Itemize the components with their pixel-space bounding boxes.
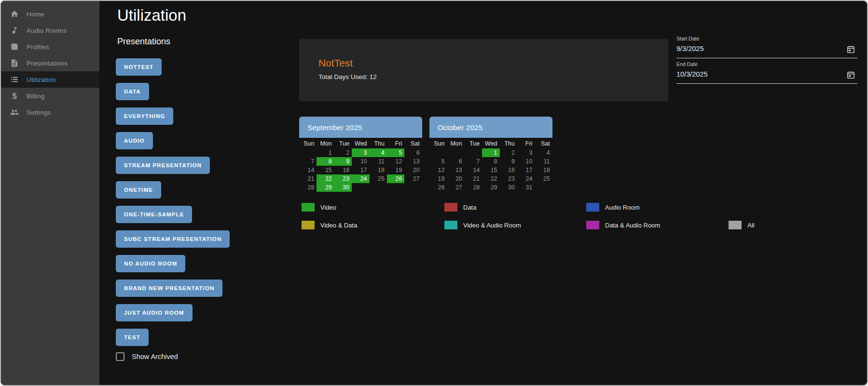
calendar-weekday: Fri <box>387 139 404 148</box>
calendar-picker-icon[interactable] <box>846 45 855 54</box>
presentation-list: NOTTESTDATAEVERYTHINGAUDIOSTREAM PRESENT… <box>116 58 230 353</box>
sidebar-item-settings[interactable]: Settings <box>1 104 99 120</box>
calendar-day: 14 <box>465 166 482 174</box>
calendar-weekday: Sun <box>429 139 447 148</box>
legend-swatch-all <box>729 221 742 229</box>
show-archived[interactable]: Show Archived <box>116 352 178 361</box>
presentation-button-brand-new-presentation[interactable]: BRAND NEW PRESENTATION <box>116 280 222 297</box>
page-title: Utilization <box>117 6 186 25</box>
calendar-day: 24 <box>352 174 369 183</box>
presentation-button-one-time-sample[interactable]: ONE-TIME-SAMPLE <box>116 206 192 223</box>
calendar-empty-cell <box>370 183 387 192</box>
presentation-button-data[interactable]: DATA <box>116 83 149 100</box>
calendar-title: October 2025 <box>429 123 482 132</box>
calendar-picker-icon[interactable] <box>846 70 855 80</box>
calendar-day: 7 <box>465 157 482 166</box>
presentation-button-subc-stream-presentation[interactable]: SUBC STREAM PRESENTATION <box>116 230 230 248</box>
summary-card-title: NotTest <box>318 57 668 69</box>
calendar-day: 28 <box>299 183 317 192</box>
calendar-day: 16 <box>500 166 517 174</box>
calendar-day: 11 <box>535 157 552 166</box>
calendar-weekday: Wed <box>482 139 499 148</box>
sidebar-item-label: Settings <box>27 109 51 116</box>
calendar-weekday: Mon <box>317 139 334 148</box>
calendar-day: 30 <box>334 183 352 192</box>
start-date-input[interactable] <box>676 45 831 53</box>
calendar-weekday: Mon <box>447 139 464 148</box>
legend-item-video-data: Video & Data <box>302 221 444 229</box>
home-icon <box>10 9 19 19</box>
presentation-button-just-audio-room[interactable]: JUST AUDIO ROOM <box>116 304 193 321</box>
sidebar-item-label: Utilization <box>27 76 56 83</box>
start-date-field: Start Date <box>676 33 857 58</box>
start-date-label: Start Date <box>676 33 857 41</box>
sidebar-item-billing[interactable]: $Billing <box>1 88 99 104</box>
presentation-button-nottest[interactable]: NOTTEST <box>116 58 162 76</box>
legend-item-audio-room: Audio Room <box>586 203 729 212</box>
calendar-title: September 2025 <box>299 123 362 132</box>
sidebar-item-profiles[interactable]: Profiles <box>1 39 99 55</box>
legend-label: Data <box>463 204 476 211</box>
calendar-day: 30 <box>500 183 517 192</box>
calendar-october: October 2025 SunMonTueWedThuFriSat123456… <box>429 117 552 192</box>
calendar-day: 25 <box>535 174 552 183</box>
calendar-day: 26 <box>387 174 404 183</box>
presentation-button-everything[interactable]: EVERYTHING <box>116 107 173 125</box>
sidebar-item-label: Home <box>27 11 44 18</box>
calendar-day: 7 <box>299 157 317 166</box>
legend-swatch-data <box>444 203 457 212</box>
calendar-day: 20 <box>447 174 464 183</box>
calendar-day: 25 <box>370 174 387 183</box>
sidebar-item-label: Billing <box>27 93 44 100</box>
calendar-empty-cell <box>404 183 422 192</box>
presentation-button-onetime[interactable]: ONETIME <box>116 181 161 199</box>
calendar-day: 23 <box>500 174 517 183</box>
calendar-day: 4 <box>535 148 552 157</box>
legend-label: All <box>747 222 754 229</box>
calendar-day: 8 <box>482 157 499 166</box>
calendar-day: 31 <box>517 183 535 192</box>
calendar-day: 5 <box>429 157 447 166</box>
sidebar-item-label: Presentations <box>27 60 68 67</box>
presentation-button-test[interactable]: TEST <box>116 329 149 346</box>
presentation-button-no-audio-room[interactable]: NO AUDIO ROOM <box>116 255 185 272</box>
calendar-weekday: Thu <box>370 139 387 148</box>
calendar-day: 14 <box>299 166 317 174</box>
sidebar-item-utilization[interactable]: Utilization <box>1 71 99 88</box>
calendar-day: 21 <box>299 174 317 183</box>
calendar-header: October 2025 <box>429 117 552 138</box>
calendar-day: 18 <box>370 166 387 174</box>
calendar-day: 9 <box>334 157 352 166</box>
calendar-day: 1 <box>317 148 334 157</box>
end-date-label: End Date <box>676 58 857 67</box>
presentation-button-audio[interactable]: AUDIO <box>116 132 153 149</box>
list-icon <box>10 75 19 84</box>
calendar-day: 17 <box>352 166 369 174</box>
show-archived-label: Show Archived <box>132 353 178 360</box>
calendar-day: 6 <box>447 157 464 166</box>
end-date-field: End Date <box>676 58 857 84</box>
calendar-day: 24 <box>517 174 535 183</box>
calendar-day: 29 <box>482 183 499 192</box>
sidebar-item-label: Audio Rooms <box>27 27 67 34</box>
image-search-icon <box>10 42 19 52</box>
calendar-day: 16 <box>334 166 352 174</box>
legend-spacer <box>729 203 835 212</box>
end-date-input[interactable] <box>676 70 831 78</box>
legend-swatch-audio-room <box>586 203 599 212</box>
calendar-empty-cell <box>299 148 317 157</box>
sidebar-item-audio-rooms[interactable]: Audio Rooms <box>1 22 99 39</box>
calendar-day: 18 <box>535 166 552 174</box>
calendar-day: 10 <box>517 157 535 166</box>
legend-item-data: Data <box>444 203 586 212</box>
show-archived-checkbox[interactable] <box>116 352 124 361</box>
calendar-day: 26 <box>429 183 447 192</box>
calendar-day: 10 <box>352 157 369 166</box>
sidebar-nav: HomeAudio RoomsProfilesPresentationsUtil… <box>1 6 99 120</box>
sidebar-item-presentations[interactable]: Presentations <box>1 55 99 71</box>
calendar-weekday: Tue <box>334 139 352 148</box>
sidebar-item-home[interactable]: Home <box>1 6 99 22</box>
presentation-button-stream-presentation[interactable]: STREAM PRESENTATION <box>116 157 210 174</box>
legend-swatch-video-data <box>302 221 315 229</box>
calendar-day: 19 <box>387 166 404 174</box>
